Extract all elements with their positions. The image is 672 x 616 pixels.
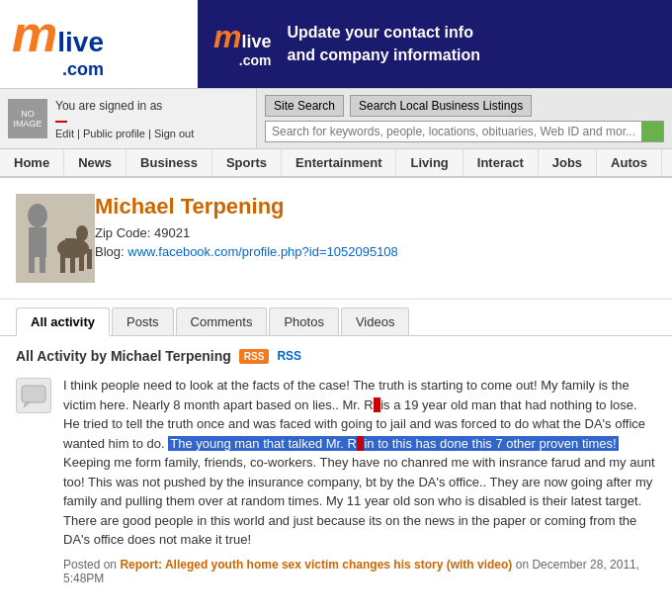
banner-text-line1: Update your contact info: [287, 22, 480, 44]
sign-out-link[interactable]: Sign out: [154, 128, 194, 139]
tabs-section: All activity Posts Comments Photos Video…: [0, 300, 672, 336]
profile-blog: Blog: www.facebook.com/profile.php?id=10…: [95, 244, 656, 259]
banner-text: Update your contact info and company inf…: [287, 22, 480, 66]
post-comment-icon: [16, 378, 51, 413]
nav-living[interactable]: Living: [396, 149, 462, 176]
svg-rect-10: [79, 251, 84, 271]
posted-label: Posted on: [63, 558, 117, 572]
local-search-button[interactable]: Search Local Business Listings: [350, 95, 532, 117]
all-activity-title: All Activity by Michael Terpening: [16, 348, 231, 364]
nav-home[interactable]: Home: [0, 149, 64, 176]
main-nav: Home News Business Sports Entertainment …: [0, 149, 672, 178]
tabs-list: All activity Posts Comments Photos Video…: [16, 308, 656, 335]
profile-details: Michael Terpening Zip Code: 49021 Blog: …: [95, 194, 656, 259]
svg-rect-8: [60, 253, 65, 273]
user-info: You are signed in as Edit | Public profi…: [55, 99, 248, 139]
nav-entertainment[interactable]: Entertainment: [282, 149, 396, 176]
svg-rect-9: [70, 253, 75, 273]
logo-m-letter: m: [12, 8, 57, 59]
profile-section: Michael Terpening Zip Code: 49021 Blog: …: [0, 178, 672, 300]
tab-comments[interactable]: Comments: [176, 308, 268, 335]
banner-logo-com: .com: [239, 52, 272, 68]
tab-posts[interactable]: Posts: [112, 308, 174, 335]
nav-real-estate[interactable]: Rea...: [662, 149, 672, 176]
logo-left: m live .com: [0, 0, 198, 88]
profile-zip: Zip Code: 49021: [95, 225, 656, 240]
svg-point-1: [28, 204, 47, 227]
content-area: All Activity by Michael Terpening RSS RS…: [0, 336, 672, 613]
search-area: Site Search Search Local Business Listin…: [257, 89, 672, 148]
public-profile-link[interactable]: Public profile: [83, 128, 145, 139]
avatar: NO IMAGE: [8, 99, 47, 138]
search-go-button[interactable]: [641, 122, 663, 141]
user-bar: NO IMAGE You are signed in as Edit | Pub…: [0, 89, 257, 148]
post-text: I think people need to look at the facts…: [63, 376, 656, 550]
logo-live-text: live: [57, 29, 104, 56]
svg-point-12: [76, 225, 88, 241]
rss-link[interactable]: RSS: [277, 349, 301, 363]
tab-videos[interactable]: Videos: [341, 308, 410, 335]
banner-logo-live: live: [241, 32, 271, 52]
username-display: [55, 121, 67, 123]
zip-label: Zip Code:: [95, 225, 150, 240]
svg-rect-4: [40, 253, 45, 273]
banner-text-line2: and company information: [287, 44, 480, 66]
post-text-3: Keeping me form family, friends, co-work…: [63, 455, 655, 547]
user-links: Edit | Public profile | Sign out: [55, 128, 248, 139]
nav-autos[interactable]: Autos: [597, 149, 662, 176]
svg-rect-13: [22, 386, 45, 402]
profile-photo-svg: [16, 194, 95, 283]
search-input-container: [265, 121, 664, 142]
search-buttons-row: Site Search Search Local Business Listin…: [265, 95, 664, 117]
svg-rect-3: [29, 253, 35, 273]
nav-business[interactable]: Business: [126, 149, 212, 176]
post-content: I think people need to look at the facts…: [63, 376, 656, 585]
section-title: All Activity by Michael Terpening RSS RS…: [16, 348, 656, 364]
svg-marker-14: [24, 402, 30, 407]
profile-name: Michael Terpening: [95, 194, 656, 220]
post-item: I think people need to look at the facts…: [16, 376, 656, 585]
post-link[interactable]: Report: Alleged youth home sex victim ch…: [120, 558, 512, 572]
blog-link[interactable]: www.facebook.com/profile.php?id=10520951…: [127, 244, 398, 259]
search-input[interactable]: [266, 122, 641, 141]
logo-com-text: .com: [62, 59, 104, 79]
banner-logo-m: m: [213, 21, 241, 52]
signed-in-as-text: You are signed in as: [55, 99, 248, 113]
svg-rect-11: [87, 249, 92, 269]
nav-interact[interactable]: Interact: [463, 149, 539, 176]
header-top: m live .com m live .com Update your cont…: [0, 0, 672, 89]
banner-logo: m live .com: [213, 21, 271, 68]
rss-icon[interactable]: RSS: [239, 349, 270, 364]
nav-jobs[interactable]: Jobs: [539, 149, 597, 176]
edit-link[interactable]: Edit: [55, 128, 74, 139]
blog-label: Blog:: [95, 244, 125, 259]
header-banner: m live .com Update your contact info and…: [198, 0, 672, 88]
tab-all-activity[interactable]: All activity: [16, 308, 110, 336]
nav-news[interactable]: News: [64, 149, 126, 176]
site-search-button[interactable]: Site Search: [265, 95, 344, 117]
highlight-blue-text: The young man that talked Mr. R in to th…: [168, 436, 618, 451]
tab-photos[interactable]: Photos: [269, 308, 338, 335]
svg-rect-2: [29, 227, 46, 257]
no-image-label: NO IMAGE: [8, 109, 47, 129]
mlive-logo: m live .com: [12, 8, 104, 80]
profile-photo: [16, 194, 95, 283]
user-search-bar: NO IMAGE You are signed in as Edit | Pub…: [0, 89, 672, 149]
nav-sports[interactable]: Sports: [212, 149, 282, 176]
post-footer: Posted on Report: Alleged youth home sex…: [63, 558, 656, 585]
